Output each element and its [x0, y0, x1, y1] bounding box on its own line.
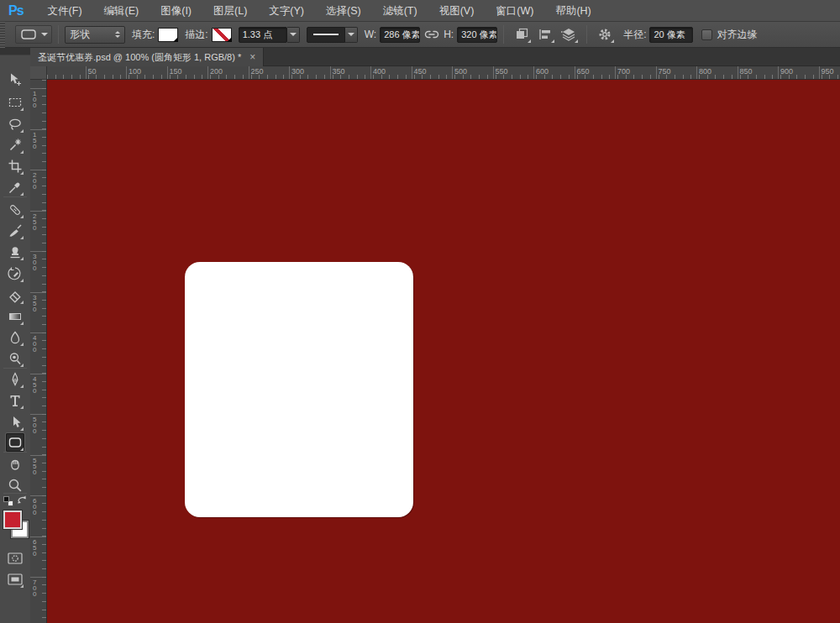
- ruler-label: 650: [33, 539, 39, 557]
- shape-height-field[interactable]: 320 像素: [457, 27, 497, 43]
- document-tab[interactable]: 圣诞节优惠券.psd @ 100% (圆角矩形 1, RGB/8) * ×: [30, 48, 264, 66]
- ruler-label: 100: [33, 91, 39, 108]
- menu-select[interactable]: 选择(S): [315, 0, 372, 22]
- eraser-tool[interactable]: [6, 286, 24, 305]
- screen-mode-button[interactable]: [6, 570, 24, 589]
- tool-preset-button[interactable]: [15, 25, 52, 44]
- stroke-label: 描边:: [185, 28, 207, 42]
- stroke-swatch[interactable]: [212, 28, 232, 42]
- ruler-label: 50: [88, 67, 97, 76]
- stroke-type-dropdown[interactable]: [307, 27, 358, 43]
- ruler-label: 550: [33, 458, 39, 475]
- foreground-color-swatch[interactable]: [3, 510, 22, 529]
- menu-window[interactable]: 窗口(W): [485, 0, 544, 22]
- menu-file[interactable]: 文件(F): [37, 0, 93, 22]
- spot-healing-brush-tool[interactable]: [6, 201, 24, 219]
- toolbox-header-grip[interactable]: [0, 48, 30, 55]
- chevron-down-icon: [348, 33, 354, 39]
- quick-selection-tool[interactable]: [6, 136, 24, 154]
- rounded-rectangle-tool[interactable]: [6, 433, 24, 452]
- path-operations-button[interactable]: [512, 25, 531, 44]
- ruler-label: 550: [496, 67, 508, 76]
- geometry-options-button[interactable]: [596, 25, 614, 44]
- quick-mask-button[interactable]: [6, 549, 24, 568]
- chevron-down-icon: [290, 33, 297, 39]
- stroke-width-value[interactable]: 1.33 点: [239, 27, 287, 43]
- move-tool[interactable]: [6, 71, 24, 89]
- ruler-tick: [289, 66, 290, 80]
- ruler-tick: [86, 66, 87, 80]
- menu-edit[interactable]: 编辑(E): [93, 0, 150, 22]
- toolbox: [0, 48, 30, 623]
- dodge-tool[interactable]: [6, 349, 24, 368]
- rectangular-marquee-tool[interactable]: [6, 93, 24, 112]
- ruler-label: 300: [291, 67, 304, 76]
- gradient-tool[interactable]: [6, 307, 24, 326]
- path-alignment-button[interactable]: [536, 25, 554, 44]
- ruler-label: 350: [333, 67, 345, 76]
- ruler-tick: [30, 577, 47, 578]
- ruler-label: 500: [33, 416, 39, 434]
- fill-swatch[interactable]: [158, 28, 178, 42]
- canvas[interactable]: [47, 80, 840, 623]
- path-selection-tool[interactable]: [6, 413, 24, 432]
- swap-colors-icon[interactable]: [17, 495, 28, 504]
- tab-close-icon[interactable]: ×: [249, 53, 255, 62]
- document-tab-title: 圣诞节优惠券.psd @ 100% (圆角矩形 1, RGB/8) *: [38, 51, 241, 64]
- type-tool[interactable]: [6, 391, 24, 410]
- width-label: W:: [365, 29, 376, 40]
- align-edges-checkbox[interactable]: [701, 29, 712, 40]
- ruler-tick: [249, 66, 249, 80]
- ruler-tick: [696, 66, 697, 80]
- menu-help[interactable]: 帮助(H): [544, 0, 601, 22]
- history-brush-tool[interactable]: [6, 264, 24, 283]
- shape-width-field[interactable]: 286 像素: [380, 27, 420, 43]
- path-arrangement-button[interactable]: [559, 25, 578, 44]
- menu-view[interactable]: 视图(V): [428, 0, 486, 22]
- chevron-down-icon: [227, 37, 232, 42]
- ruler-tick: [30, 495, 47, 496]
- menu-type[interactable]: 文字(Y): [258, 0, 315, 22]
- chevron-down-icon: [611, 39, 614, 43]
- link-dimensions-icon[interactable]: [423, 25, 441, 44]
- crop-tool[interactable]: [6, 157, 24, 175]
- zoom-tool[interactable]: [6, 476, 24, 495]
- stroke-width-dropdown-button[interactable]: [287, 27, 300, 43]
- brush-tool[interactable]: [6, 222, 24, 240]
- lasso-tool[interactable]: [6, 115, 24, 134]
- ruler-tick: [330, 66, 331, 80]
- menu-layer[interactable]: 图层(L): [202, 0, 258, 22]
- chevron-down-icon: [528, 39, 531, 43]
- ruler-tick: [30, 332, 47, 333]
- tool-mode-select[interactable]: 形状: [65, 26, 125, 44]
- stroke-type-dropdown-button[interactable]: [345, 27, 358, 43]
- ruler-tick: [30, 129, 47, 130]
- blur-tool[interactable]: [6, 328, 24, 347]
- hand-tool[interactable]: [6, 455, 24, 474]
- chevron-down-icon: [575, 39, 578, 43]
- rounded-rectangle-shape[interactable]: [185, 262, 413, 517]
- ruler-label: 400: [373, 67, 386, 76]
- ruler-origin-box[interactable]: [30, 66, 47, 80]
- pen-tool[interactable]: [6, 370, 24, 389]
- menu-bar: Ps 文件(F) 编辑(E) 图像(I) 图层(L) 文字(Y) 选择(S) 滤…: [0, 0, 840, 22]
- options-bar-grip[interactable]: [0, 22, 5, 48]
- ruler-tick: [30, 292, 47, 293]
- radius-field[interactable]: 20 像素: [649, 27, 693, 43]
- ruler-tick: [30, 414, 47, 415]
- menu-filter[interactable]: 滤镜(T): [372, 0, 428, 22]
- ruler-label: 750: [659, 67, 671, 76]
- stroke-type-preview: [307, 27, 345, 43]
- clone-stamp-tool[interactable]: [6, 243, 24, 261]
- eyedropper-tool[interactable]: [6, 178, 24, 196]
- ruler-tick: [533, 66, 534, 80]
- tool-preset-icon: [19, 28, 38, 41]
- ruler-tick: [30, 211, 47, 212]
- radius-label: 半径:: [623, 28, 646, 42]
- ruler-label: 200: [210, 67, 223, 76]
- ruler-label: 150: [170, 67, 182, 76]
- stroke-width-combo[interactable]: 1.33 点: [239, 27, 300, 43]
- default-colors-icon[interactable]: [3, 496, 13, 506]
- photoshop-window: Ps 文件(F) 编辑(E) 图像(I) 图层(L) 文字(Y) 选择(S) 滤…: [0, 0, 840, 623]
- menu-image[interactable]: 图像(I): [150, 0, 202, 22]
